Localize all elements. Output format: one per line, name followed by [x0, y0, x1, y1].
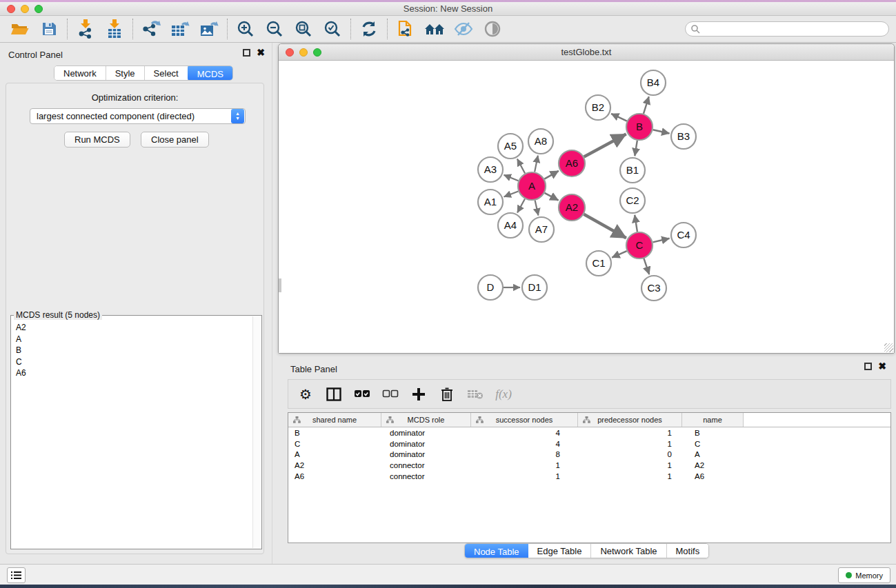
edge-C-C3[interactable] [644, 258, 649, 274]
network-graph[interactable]: B4B2BB3A5A8A6A3B1AA1A2C2A4A7CC4C1C3DD1 [279, 61, 894, 353]
node-A4[interactable]: A4 [498, 213, 523, 238]
tab-motifs[interactable]: Motifs [667, 544, 709, 558]
tab-node-table[interactable]: Node Table [464, 543, 529, 558]
node-B[interactable]: B [626, 114, 653, 140]
add-column-button[interactable] [410, 385, 428, 403]
tab-network-table[interactable]: Network Table [591, 544, 666, 558]
export-network-button[interactable] [137, 17, 166, 41]
table-cell[interactable]: A6 [682, 472, 744, 480]
edge-B-B2[interactable] [611, 114, 627, 121]
memory-button[interactable]: Memory [838, 567, 890, 583]
edge-A-A1[interactable] [504, 192, 519, 197]
column-header-shared-name[interactable]: shared name [288, 413, 381, 427]
deselect-all-button[interactable] [381, 385, 399, 403]
table-cell[interactable]: 4 [471, 440, 578, 448]
edge-A6-B[interactable] [584, 134, 626, 156]
table-cell[interactable]: 1 [578, 461, 682, 469]
edge-A-A7[interactable] [535, 200, 539, 215]
table-cell[interactable]: C [288, 440, 381, 448]
float-panel-icon[interactable] [864, 363, 872, 370]
network-window-titlebar[interactable]: testGlobe.txt [279, 44, 894, 61]
edge-A-A8[interactable] [535, 156, 538, 172]
tab-edge-table[interactable]: Edge Table [528, 544, 592, 558]
edge-C-C1[interactable] [612, 251, 626, 257]
node-A7[interactable]: A7 [529, 217, 554, 242]
save-session-button[interactable] [34, 17, 63, 41]
table-cell[interactable]: 1 [578, 440, 682, 448]
table-row[interactable]: A6connector11A6 [288, 471, 890, 482]
node-A3[interactable]: A3 [478, 157, 503, 182]
table-cell[interactable]: 1 [471, 472, 578, 480]
tab-network[interactable]: Network [54, 66, 106, 80]
resize-grip-icon[interactable] [884, 343, 893, 352]
mcds-result-item[interactable]: A2 [12, 322, 252, 334]
node-A5[interactable]: A5 [498, 134, 523, 159]
export-table-button[interactable] [166, 17, 195, 41]
edge-C-C2[interactable] [635, 215, 637, 232]
table-row[interactable]: Adominator80A [288, 449, 890, 460]
open-session-button[interactable] [6, 17, 34, 41]
node-A1[interactable]: A1 [478, 190, 503, 214]
table-cell[interactable]: A [682, 450, 744, 458]
tab-style[interactable]: Style [106, 66, 145, 80]
apply-layout-button[interactable] [355, 17, 384, 41]
edge-A-A2[interactable] [545, 193, 559, 201]
node-B4[interactable]: B4 [641, 70, 666, 95]
node-table[interactable]: shared nameMCDS rolesuccessor nodesprede… [288, 412, 891, 543]
table-cell[interactable]: dominator [381, 450, 471, 458]
node-B2[interactable]: B2 [586, 95, 610, 120]
mcds-result-item[interactable]: A [12, 334, 252, 345]
edge-B-B3[interactable] [653, 130, 670, 133]
close-panel-icon[interactable]: ✖ [257, 49, 265, 57]
mcds-result-item[interactable]: C [12, 356, 252, 368]
table-row[interactable]: Bdominator41B [288, 427, 890, 438]
table-cell[interactable]: 4 [471, 429, 578, 437]
close-panel-icon[interactable]: ✖ [878, 363, 886, 370]
node-C[interactable]: C [626, 232, 653, 258]
node-B1[interactable]: B1 [620, 158, 645, 183]
node-A2[interactable]: A2 [559, 194, 585, 221]
table-row[interactable]: Cdominator41C [288, 438, 890, 449]
zoom-fit-button[interactable] [289, 17, 318, 41]
select-all-button[interactable] [353, 385, 371, 403]
node-C1[interactable]: C1 [586, 251, 611, 276]
function-builder-button[interactable]: f(x) [495, 385, 512, 403]
tab-mcds[interactable]: MCDS [188, 65, 233, 81]
edge-C-C4[interactable] [653, 239, 669, 243]
table-cell[interactable]: 1 [578, 429, 682, 437]
edge-A-A5[interactable] [517, 159, 525, 174]
table-cell[interactable]: 8 [471, 450, 578, 458]
table-cell[interactable]: B [682, 429, 744, 437]
float-panel-icon[interactable] [243, 49, 250, 57]
task-history-button[interactable] [7, 567, 26, 583]
table-cell[interactable]: C [682, 440, 744, 448]
edge-A-A4[interactable] [517, 199, 525, 212]
tab-select[interactable]: Select [145, 66, 188, 80]
table-cell[interactable]: A2 [288, 461, 381, 469]
home-networks-button[interactable] [420, 17, 449, 41]
node-A8[interactable]: A8 [528, 129, 553, 154]
zoom-in-button[interactable] [231, 17, 260, 41]
node-B3[interactable]: B3 [671, 124, 696, 149]
table-cell[interactable]: 0 [578, 450, 682, 458]
node-C3[interactable]: C3 [641, 276, 666, 301]
node-D[interactable]: D [478, 275, 503, 300]
run-mcds-button[interactable]: Run MCDS [64, 132, 130, 148]
table-cell[interactable]: A [288, 450, 381, 458]
close-panel-button[interactable]: Close panel [141, 132, 209, 148]
table-cell[interactable]: 1 [471, 461, 578, 469]
node-C2[interactable]: C2 [620, 188, 645, 213]
mcds-result-list[interactable]: A2ABCA6 [12, 322, 252, 548]
node-D1[interactable]: D1 [522, 275, 547, 300]
hide-graphics-details-button[interactable] [449, 17, 478, 41]
result-list-scrollbar[interactable] [252, 316, 261, 548]
table-cell[interactable]: B [288, 429, 381, 437]
table-cell[interactable]: connector [381, 461, 471, 469]
table-cell[interactable]: dominator [381, 429, 471, 437]
criterion-dropdown[interactable]: largest connected component (directed) ▲… [30, 108, 246, 124]
table-cell[interactable]: connector [381, 472, 471, 480]
table-cell[interactable]: 1 [578, 472, 682, 480]
column-header-name[interactable]: name [682, 413, 744, 427]
column-header-MCDS-role[interactable]: MCDS role [381, 413, 471, 427]
table-cell[interactable]: A6 [288, 472, 381, 480]
